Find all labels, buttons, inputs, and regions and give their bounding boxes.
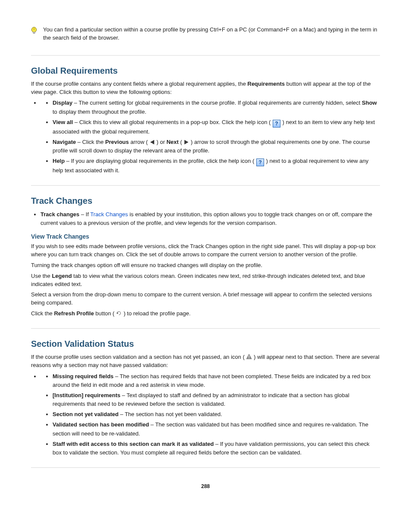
divider <box>31 328 380 329</box>
list-item: Missing required fields – The section ha… <box>53 372 380 389</box>
warning-icon <box>246 354 252 360</box>
paragraph: If the course profile uses section valid… <box>31 353 380 370</box>
divider <box>31 185 380 186</box>
list-item: Validated section has been modified – Th… <box>53 420 380 438</box>
page-content: You can find a particular section within… <box>0 0 411 507</box>
validation-status-section: Section Validation Status If the course … <box>31 339 380 457</box>
divider <box>31 55 380 56</box>
lightbulb-icon <box>31 27 37 35</box>
list-item: [Institution] requirements – Text displa… <box>53 391 380 408</box>
refresh-icon <box>116 310 122 316</box>
tip-text: You can find a particular section within… <box>43 26 380 42</box>
svg-rect-2 <box>33 33 35 34</box>
list-item: View all – Click this to view all global… <box>53 118 380 136</box>
help-icon: ? <box>256 159 264 166</box>
paragraph: Select a version from the drop-down menu… <box>31 291 380 307</box>
view-track-changes-subhead: View Track Changes <box>31 233 380 240</box>
tip-block: You can find a particular section within… <box>31 26 380 45</box>
svg-rect-4 <box>249 358 249 358</box>
paragraph: Turning the track changes option off wil… <box>31 261 380 270</box>
track-changes-section: Track Changes Track changes – If Track C… <box>31 196 380 318</box>
global-requirements-section: Global Requirements If the course profil… <box>31 66 380 175</box>
svg-rect-1 <box>33 32 35 33</box>
paragraph: Click the Refresh Profile button ( ) to … <box>31 310 380 318</box>
paragraph: If you wish to see edits made between pr… <box>31 243 380 259</box>
list-item: Track changes – If Track Changes is enab… <box>40 210 380 227</box>
list-item: Help – If you are displaying global requ… <box>53 157 380 175</box>
paragraph: Use the Legend tab to view what the vari… <box>31 272 380 289</box>
arrow-left-icon <box>150 140 154 144</box>
track-changes-heading: Track Changes <box>31 196 380 206</box>
track-changes-link[interactable]: Track Changes <box>90 211 128 218</box>
help-icon: ? <box>273 120 280 128</box>
validation-status-heading: Section Validation Status <box>31 339 380 349</box>
svg-rect-3 <box>249 355 249 357</box>
list-item: Navigate – Click the Previous arrow ( ) … <box>53 138 380 155</box>
global-requirements-heading: Global Requirements <box>31 66 380 76</box>
list-item: Display – The current setting for global… <box>53 99 380 116</box>
arrow-right-icon <box>184 140 188 144</box>
global-requirements-intro: If the course profile contains any conte… <box>31 80 380 96</box>
divider <box>31 467 380 468</box>
page-number: 288 <box>31 483 380 489</box>
list-item: Staff with edit access to this section c… <box>53 440 380 457</box>
list-item: Section not yet validated – The section … <box>53 410 380 419</box>
